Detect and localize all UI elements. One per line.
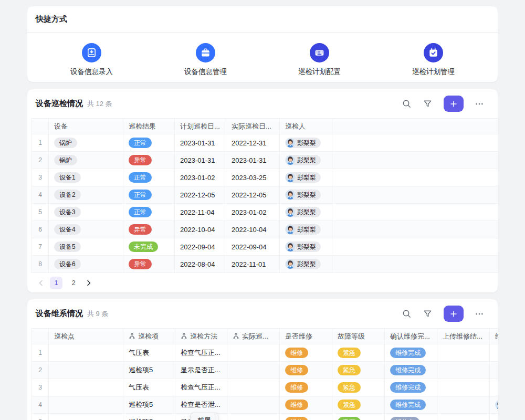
cell-status[interactable]: 异常 <box>123 256 175 272</box>
cell-text[interactable]: 检查气压正... <box>175 344 227 361</box>
cell-text[interactable]: 2022-10-04 <box>226 221 280 238</box>
cell-tag[interactable]: 设备4 <box>49 221 123 238</box>
cell-num[interactable]: 5 <box>32 414 49 420</box>
search-icon[interactable] <box>402 99 412 109</box>
shortcut-item-3[interactable]: 巡检计划配置 <box>262 33 376 77</box>
cell-num[interactable]: 5 <box>32 204 49 220</box>
cell-text[interactable]: 2023-01-02 <box>175 169 226 186</box>
column-header[interactable] <box>332 119 498 134</box>
cell-text[interactable] <box>332 256 498 272</box>
cell-status[interactable]: 正常 <box>123 204 175 220</box>
cell-status[interactable]: 维修 <box>280 362 332 379</box>
more-icon[interactable] <box>475 99 484 109</box>
cell-text[interactable] <box>490 414 498 420</box>
cell-text[interactable] <box>227 344 280 361</box>
cell-status[interactable]: 正常 <box>123 186 175 203</box>
cell-status[interactable]: 正常 <box>123 169 175 186</box>
cell-status[interactable]: 正常 <box>123 134 175 151</box>
cell-status[interactable]: 未完成 <box>123 238 175 255</box>
cell-num[interactable]: 3 <box>32 379 49 396</box>
cell-text[interactable] <box>490 344 498 361</box>
column-header[interactable]: 巡检项 <box>123 329 175 344</box>
cell-text[interactable]: 检查气压正... <box>175 379 227 396</box>
cell-text[interactable] <box>227 414 280 420</box>
cell-text[interactable]: 巡检项5 <box>123 362 175 379</box>
column-header[interactable]: 设备 <box>49 119 123 134</box>
prev-page-button[interactable] <box>37 279 45 287</box>
cell-person[interactable]: 彭梨梨 <box>280 256 332 272</box>
column-header[interactable]: 巡检结果 <box>123 119 175 134</box>
cell-num[interactable]: 8 <box>32 256 49 272</box>
column-header[interactable]: 巡检人 <box>280 119 332 134</box>
cell-tag[interactable]: 设备6 <box>49 256 123 272</box>
cell-num[interactable]: 3 <box>32 169 49 186</box>
cell-status[interactable]: 维修 <box>280 396 332 413</box>
shortcut-item-1[interactable]: 设备信息录入 <box>35 33 149 77</box>
cell-status[interactable]: 异常 <box>123 221 175 238</box>
column-header[interactable]: 巡检点 <box>49 329 123 344</box>
cell-text[interactable] <box>437 379 490 396</box>
cell-text[interactable]: 2022-11-01 <box>226 256 280 272</box>
cell-text[interactable]: 2023-03-25 <box>226 169 280 186</box>
cell-text[interactable]: 2023-01-31 <box>175 152 226 169</box>
cell-status[interactable]: 维修 <box>280 344 332 361</box>
cell-status[interactable]: 重要 <box>332 414 385 420</box>
cell-text[interactable] <box>227 362 280 379</box>
column-header[interactable]: 实际巡... <box>227 329 280 344</box>
column-header[interactable]: 维 <box>490 329 498 344</box>
cell-tag[interactable]: 设备5 <box>49 238 123 255</box>
cell-text[interactable]: 2023-01-31 <box>175 134 226 151</box>
cell-num[interactable]: 1 <box>32 134 49 151</box>
cell-text[interactable]: 检查是否泄... <box>175 396 227 413</box>
cell-text[interactable]: 2022-11-04 <box>175 204 226 220</box>
shortcut-item-4[interactable]: 巡检计划管理 <box>376 33 490 77</box>
cell-tag[interactable]: 锅炉 <box>49 152 123 169</box>
cell-num[interactable]: 4 <box>32 186 49 203</box>
column-header[interactable]: 巡检方法 <box>175 329 227 344</box>
cell-tag[interactable]: 设备1 <box>49 169 123 186</box>
cell-status[interactable]: 异常 <box>123 152 175 169</box>
cell-person[interactable]: 彭梨梨 <box>280 238 332 255</box>
shortcut-item-2[interactable]: 设备信息管理 <box>149 33 262 77</box>
more-icon[interactable] <box>475 309 484 319</box>
cell-person[interactable]: 彭梨梨 <box>280 169 332 186</box>
cell-num[interactable]: 2 <box>32 152 49 169</box>
cell-text[interactable] <box>332 134 498 151</box>
page-number-2[interactable]: 2 <box>67 277 80 289</box>
next-page-button[interactable] <box>85 279 93 287</box>
cell-status[interactable]: 紧急 <box>332 396 385 413</box>
cell-text[interactable]: 2023-01-31 <box>226 152 280 169</box>
cell-text[interactable]: 气压表 <box>123 344 175 361</box>
search-icon[interactable] <box>402 309 412 319</box>
cell-status[interactable]: 维修中 <box>385 414 437 420</box>
cell-text[interactable] <box>437 344 490 361</box>
column-header[interactable]: 故障等级 <box>332 329 385 344</box>
cell-text[interactable]: 气压表 <box>123 379 175 396</box>
cell-text[interactable]: 2023-01-02 <box>226 204 280 220</box>
cell-text[interactable]: 2022-09-04 <box>226 238 280 255</box>
cell-tag[interactable]: 设备2 <box>49 186 123 203</box>
cell-text[interactable]: 显示是否正... <box>175 362 227 379</box>
cell-avatar[interactable] <box>490 396 498 413</box>
cell-text[interactable]: 巡检项5 <box>123 414 175 420</box>
cell-status[interactable]: 紧急 <box>332 344 385 361</box>
cell-text[interactable] <box>49 396 123 413</box>
cell-person[interactable]: 彭梨梨 <box>280 186 332 203</box>
filter-icon[interactable] <box>423 309 433 319</box>
filter-icon[interactable] <box>423 99 433 109</box>
cell-status[interactable]: 维修完成 <box>385 344 437 361</box>
column-header[interactable] <box>32 329 49 344</box>
cell-text[interactable] <box>437 396 490 413</box>
cell-text[interactable] <box>227 396 280 413</box>
add-record-button[interactable] <box>444 306 464 322</box>
column-header[interactable]: 确认维修完... <box>385 329 437 344</box>
cell-text[interactable]: 2022-08-04 <box>175 256 226 272</box>
cell-text[interactable] <box>49 362 123 379</box>
cell-text[interactable] <box>437 414 490 420</box>
cell-text[interactable]: 2022-12-31 <box>226 134 280 151</box>
cell-status[interactable]: 维修完成 <box>385 396 437 413</box>
cell-person[interactable]: 彭梨梨 <box>280 221 332 238</box>
cell-status[interactable]: 紧急 <box>332 362 385 379</box>
column-header[interactable]: 实际巡检日... <box>226 119 280 134</box>
cell-text[interactable] <box>332 221 498 238</box>
